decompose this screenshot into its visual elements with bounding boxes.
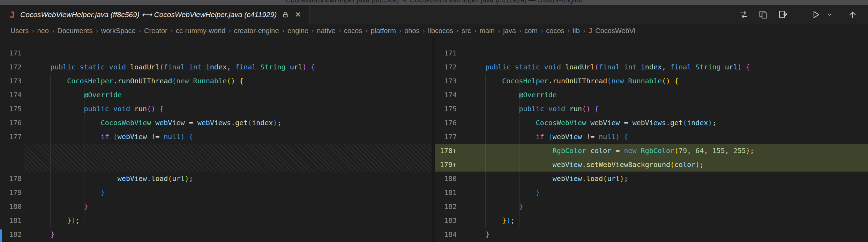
breadcrumb-item[interactable]: native: [317, 27, 335, 35]
breadcrumb-item[interactable]: engine: [287, 27, 308, 35]
breadcrumb-item[interactable]: Documents: [57, 27, 92, 35]
code-line-174[interactable]: 174 @Override: [435, 88, 868, 102]
code-line-178[interactable]: 178 webView.load(url);: [0, 172, 432, 186]
breadcrumb-item[interactable]: workSpace: [101, 27, 136, 35]
line-number[interactable]: 180: [0, 199, 24, 213]
line-number[interactable]: 174: [435, 88, 459, 102]
code-line-180[interactable]: 180 }: [0, 199, 432, 213]
run-button[interactable]: [809, 8, 822, 21]
code-text: CocosWebView webView = webViews.get(inde…: [459, 116, 868, 130]
line-number[interactable]: 177: [435, 130, 459, 144]
line-number[interactable]: 173: [0, 74, 24, 88]
diff-editor: 171172 public static void loadUrl(final …: [0, 37, 868, 242]
line-number[interactable]: 176: [435, 116, 459, 130]
diff-editor-tab[interactable]: J CocosWebViewHelper.java (ff8c569) ⟷ Co…: [0, 5, 310, 24]
diff-modified-pane[interactable]: 171172 public static void loadUrl(final …: [435, 37, 868, 242]
copy-button[interactable]: [757, 8, 770, 21]
breadcrumb-separator: ›: [399, 27, 401, 35]
breadcrumb-item[interactable]: com: [524, 27, 538, 35]
breadcrumb-separator: ›: [456, 27, 458, 35]
line-number[interactable]: 175: [435, 102, 459, 116]
diff-sash[interactable]: [432, 37, 435, 242]
breadcrumb-item[interactable]: Users: [10, 27, 29, 35]
code-line-184[interactable]: 184 }: [435, 227, 868, 241]
line-number[interactable]: 176: [0, 116, 24, 130]
breadcrumb-item[interactable]: lib: [573, 27, 580, 35]
code-line-181[interactable]: 181 });: [0, 213, 432, 227]
code-text: [24, 46, 432, 60]
code-line-171[interactable]: 171: [435, 46, 868, 60]
code-line-176[interactable]: 176 CocosWebView webView = webViews.get(…: [435, 116, 868, 130]
breadcrumb-file[interactable]: JCocosWebVi: [588, 27, 635, 35]
code-line-179[interactable]: 179+ webView.setWebViewBackground(color)…: [435, 158, 868, 172]
swap-diff-sides-button[interactable]: [738, 8, 750, 21]
breadcrumb-separator: ›: [568, 27, 570, 35]
copy-icon: [758, 9, 769, 20]
line-number[interactable]: 181: [435, 186, 459, 199]
readonly-lock-icon: [282, 11, 289, 18]
breadcrumb-item[interactable]: cocos: [344, 27, 362, 35]
breadcrumb-item[interactable]: libcocos: [428, 27, 453, 35]
line-number[interactable]: 175: [0, 102, 24, 116]
code-line-171[interactable]: 171: [0, 46, 432, 60]
line-number[interactable]: 182: [0, 227, 24, 241]
breadcrumb-item[interactable]: main: [479, 27, 494, 35]
code-line-181[interactable]: 181 }: [435, 186, 868, 199]
code-line-175[interactable]: 175 public void run() {: [435, 102, 868, 116]
breadcrumb-item[interactable]: creator-engine: [234, 27, 279, 35]
line-number[interactable]: 179: [0, 186, 24, 199]
line-number[interactable]: 178+: [435, 144, 459, 158]
line-number[interactable]: 174: [0, 88, 24, 102]
breadcrumb-item[interactable]: cc-rummy-world: [176, 27, 225, 35]
code-line-173[interactable]: 173 CocosHelper.runOnUIThread(new Runnab…: [435, 74, 868, 88]
breadcrumb-item[interactable]: Creator: [144, 27, 167, 35]
line-number[interactable]: 178: [0, 172, 24, 186]
line-number[interactable]: 172: [0, 60, 24, 74]
code-line-183[interactable]: 183 });: [435, 213, 868, 227]
tab-close-icon[interactable]: ✕: [294, 10, 302, 19]
line-number[interactable]: 173: [435, 74, 459, 88]
line-number[interactable]: 180: [435, 172, 459, 186]
breadcrumb-separator: ›: [96, 27, 98, 35]
code-line-175[interactable]: 175 public void run() {: [0, 102, 432, 116]
code-line-177[interactable]: 177 if (webView != null) {: [0, 130, 432, 144]
breadcrumb-item[interactable]: ohos: [404, 27, 419, 35]
breadcrumb-item[interactable]: platform: [371, 27, 396, 35]
breadcrumb-item[interactable]: neo: [37, 27, 49, 35]
line-number[interactable]: 183: [435, 213, 459, 227]
line-number[interactable]: 179+: [435, 158, 459, 172]
code-line-179[interactable]: 179 }: [0, 186, 432, 199]
breadcrumb-separator: ›: [139, 27, 141, 35]
breadcrumb-item[interactable]: src: [462, 27, 471, 35]
tab-bar: J CocosWebViewHelper.java (ff8c569) ⟷ Co…: [0, 5, 868, 24]
breadcrumb-separator: ›: [583, 27, 585, 35]
line-number[interactable]: 171: [0, 46, 24, 60]
scroll-top-button[interactable]: [846, 8, 859, 21]
code-line-182[interactable]: 182 }: [435, 199, 868, 213]
code-line-176[interactable]: 176 CocosWebView webView = webViews.get(…: [0, 116, 432, 130]
line-number[interactable]: 177: [0, 130, 24, 144]
code-line-172[interactable]: 172 public static void loadUrl(final int…: [435, 60, 868, 74]
line-number[interactable]: 171: [435, 46, 459, 60]
diff-original-pane[interactable]: 171172 public static void loadUrl(final …: [0, 37, 432, 242]
code-text: public static void loadUrl(final int ind…: [459, 60, 868, 74]
line-number[interactable]: 184: [435, 227, 459, 241]
code-line-177[interactable]: 177 if (webView != null) {: [435, 130, 868, 144]
line-number[interactable]: 172: [435, 60, 459, 74]
breadcrumb-separator: ›: [171, 27, 173, 35]
code-line-173[interactable]: 173 CocosHelper.runOnUIThread(new Runnab…: [0, 74, 432, 88]
run-dropdown-button[interactable]: [823, 8, 836, 21]
code-line-182[interactable]: 182 }: [0, 227, 432, 241]
code-text: webView.load(url);: [459, 172, 868, 186]
open-file-button[interactable]: [777, 8, 789, 21]
breadcrumb-item[interactable]: cocos: [546, 27, 564, 35]
breadcrumb-file-label: CocosWebVi: [595, 27, 635, 35]
breadcrumb-item[interactable]: java: [503, 27, 516, 35]
code-text: CocosHelper.runOnUIThread(new Runnable()…: [24, 74, 432, 88]
code-line-172[interactable]: 172 public static void loadUrl(final int…: [0, 60, 432, 74]
line-number[interactable]: 181: [0, 213, 24, 227]
code-line-180[interactable]: 180 webView.load(url);: [435, 172, 868, 186]
line-number[interactable]: 182: [435, 199, 459, 213]
code-line-174[interactable]: 174 @Override: [0, 88, 432, 102]
code-line-178[interactable]: 178+ RgbColor color = new RgbColor(79, 6…: [435, 144, 868, 158]
